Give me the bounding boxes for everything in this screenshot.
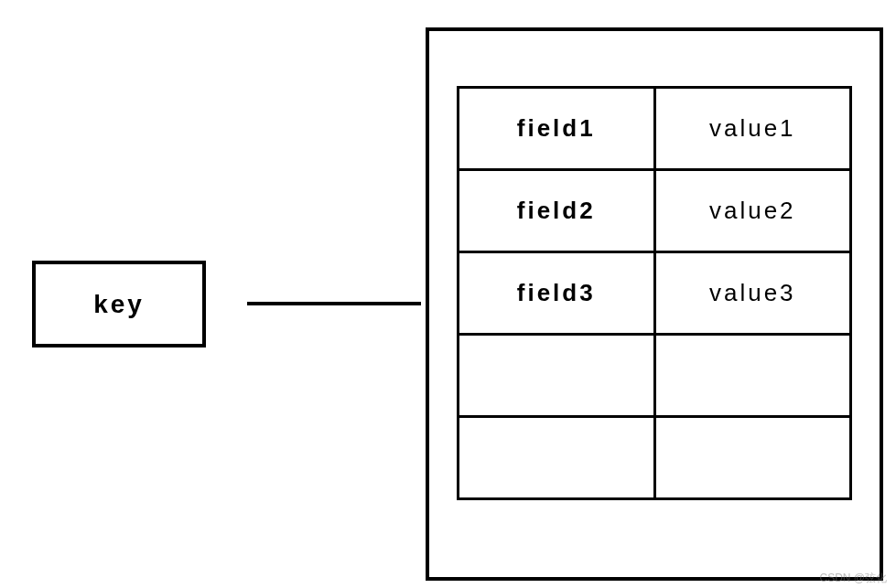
value-cell: value1 bbox=[654, 88, 851, 170]
field-cell: field1 bbox=[459, 88, 655, 170]
table-row: field3 value3 bbox=[459, 252, 851, 335]
table-row: field2 value2 bbox=[459, 170, 851, 252]
watermark-text: CSDN @弦化 bbox=[819, 571, 887, 586]
field-value-table: field1 value1 field2 value2 field3 value… bbox=[457, 86, 852, 500]
field-cell: field3 bbox=[459, 252, 655, 335]
table-row bbox=[459, 417, 851, 499]
key-box: key bbox=[32, 261, 206, 347]
table-row bbox=[459, 335, 851, 417]
field-cell bbox=[459, 335, 655, 417]
field-cell: field2 bbox=[459, 170, 655, 252]
field-cell bbox=[459, 417, 655, 499]
value-cell bbox=[654, 417, 851, 499]
hash-container: field1 value1 field2 value2 field3 value… bbox=[426, 27, 883, 581]
value-cell bbox=[654, 335, 851, 417]
key-label: key bbox=[93, 290, 145, 319]
table-row: field1 value1 bbox=[459, 88, 851, 170]
connector-line bbox=[247, 302, 421, 305]
value-cell: value3 bbox=[654, 252, 851, 335]
value-cell: value2 bbox=[654, 170, 851, 252]
